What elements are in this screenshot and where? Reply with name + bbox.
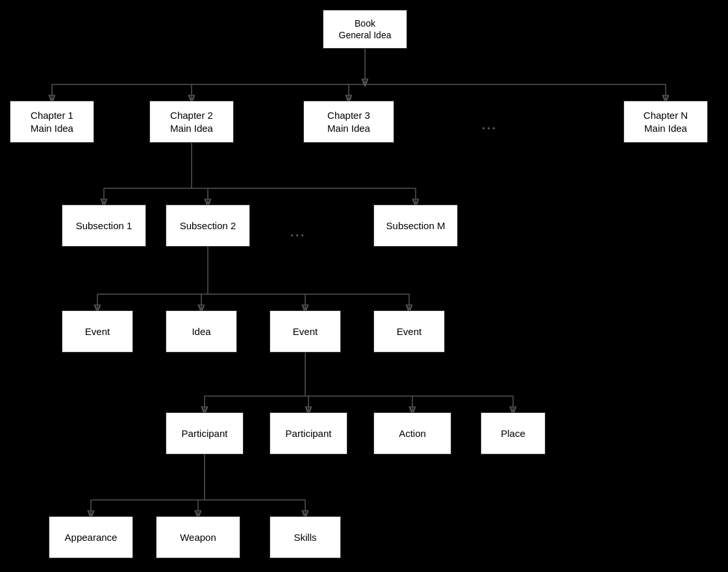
connector-lines [0, 0, 728, 572]
diagram: Book General Idea Chapter 1 Main Idea Ch… [0, 0, 728, 572]
node-ev1: Event [62, 310, 133, 353]
ellipsis-chapters: ... [482, 119, 497, 132]
node-sub2: Subsection 2 [166, 205, 250, 247]
node-ev3: Event [373, 310, 445, 353]
node-part1: Participant [166, 412, 244, 454]
node-ch1: Chapter 1 Main Idea [10, 101, 94, 143]
node-chN: Chapter N Main Idea [623, 101, 708, 143]
node-action: Action [373, 412, 451, 454]
node-sub1: Subsection 1 [62, 205, 146, 247]
node-subM: Subsection M [373, 205, 458, 247]
node-ch2: Chapter 2 Main Idea [149, 101, 234, 143]
node-place: Place [481, 412, 546, 454]
node-appearance: Appearance [49, 516, 133, 558]
node-root: Book General Idea [323, 10, 407, 49]
node-weapon: Weapon [156, 516, 240, 558]
node-part2: Participant [270, 412, 347, 454]
ellipsis-subsections: ... [290, 226, 306, 240]
node-idea1: Idea [166, 310, 237, 353]
node-ch3: Chapter 3 Main Idea [303, 101, 394, 143]
node-ev2: Event [270, 310, 341, 353]
node-skills: Skills [270, 516, 341, 558]
